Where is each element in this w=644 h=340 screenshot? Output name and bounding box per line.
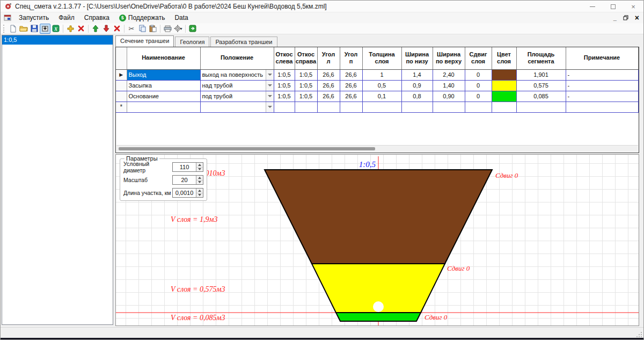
menu-help[interactable]: Справка xyxy=(79,13,114,23)
cell-width-top[interactable]: 1,40 xyxy=(433,80,465,91)
cell-shift[interactable]: 0 xyxy=(465,69,492,80)
cell-note[interactable] xyxy=(566,102,638,112)
col-header-slope-left[interactable]: Откос слева xyxy=(274,47,295,69)
tab-geology[interactable]: Геология xyxy=(175,37,209,47)
diameter-value[interactable]: 110 xyxy=(173,163,196,171)
cell-slope-right[interactable]: 1:0,5 xyxy=(295,91,317,102)
cell-thickness[interactable] xyxy=(362,102,401,112)
combobox-dropdown-button[interactable] xyxy=(266,81,274,91)
cell-slope-right[interactable] xyxy=(295,102,317,112)
cell-thickness[interactable]: 1 xyxy=(362,69,401,80)
spin-down-button[interactable] xyxy=(196,193,203,198)
cell-thickness[interactable]: 0,5 xyxy=(362,80,401,91)
menu-support[interactable]: $ Поддержать xyxy=(114,13,170,23)
tab-excavation[interactable]: Разработка траншеи xyxy=(210,37,277,47)
col-header-width-top[interactable]: Ширина по верху xyxy=(433,47,465,69)
col-header-width-bottom[interactable]: Ширина по низу xyxy=(401,47,433,69)
col-header-angle-l[interactable]: Угол л xyxy=(317,47,340,69)
spin-up-button[interactable] xyxy=(196,163,203,168)
spin-down-button[interactable] xyxy=(196,180,203,185)
cell-angle-l[interactable]: 26,6 xyxy=(317,91,340,102)
cell-name[interactable]: Выход xyxy=(127,69,200,80)
close-button[interactable]: × xyxy=(623,1,643,12)
cell-color-swatch[interactable] xyxy=(492,91,516,102)
cell-area[interactable]: 0,575 xyxy=(516,80,566,91)
horizontal-scrollbar[interactable] xyxy=(116,145,638,152)
cell-shift[interactable] xyxy=(465,102,492,112)
cell-slope-left[interactable]: 1:0,5 xyxy=(274,80,295,91)
cell-width-top[interactable]: 2,40 xyxy=(433,69,465,80)
col-header-angle-r[interactable]: Угол п xyxy=(340,47,362,69)
tab-section[interactable]: Сечение траншеи xyxy=(115,35,174,47)
cell-area[interactable]: 0,085 xyxy=(516,91,566,102)
move-up-button[interactable] xyxy=(90,24,101,34)
import-db-button[interactable] xyxy=(40,24,50,34)
cell-angle-r[interactable]: 26,6 xyxy=(340,80,362,91)
delete-row-button[interactable] xyxy=(76,24,86,34)
cell-thickness[interactable]: 0,1 xyxy=(362,91,401,102)
move-down-button[interactable] xyxy=(101,24,112,34)
resize-grip[interactable] xyxy=(636,331,642,338)
col-header-note[interactable]: Примечание xyxy=(566,47,638,69)
cell-area[interactable]: 1,901 xyxy=(516,69,566,80)
minimize-button[interactable] xyxy=(582,1,603,12)
menu-file[interactable]: Файл xyxy=(54,13,79,23)
cell-name[interactable]: Основание xyxy=(127,91,200,102)
copy-button[interactable] xyxy=(137,24,148,34)
col-header-slope-right[interactable]: Откос справа xyxy=(295,47,317,69)
col-header-thickness[interactable]: Толщина слоя xyxy=(362,47,401,69)
add-row-button[interactable] xyxy=(65,24,76,34)
paste-button[interactable] xyxy=(148,24,158,34)
cell-position[interactable]: над трубой xyxy=(200,80,274,91)
cell-slope-right[interactable]: 1:0,5 xyxy=(295,69,317,80)
cell-width-bottom[interactable]: 0,8 xyxy=(401,91,433,102)
cell-slope-left[interactable]: 1:0,5 xyxy=(274,91,295,102)
scale-stepper[interactable]: 20 xyxy=(172,175,203,185)
new-document-button[interactable] xyxy=(8,24,18,34)
cell-angle-r[interactable] xyxy=(340,102,362,112)
cell-slope-left[interactable] xyxy=(274,102,295,112)
cell-width-bottom[interactable]: 1,4 xyxy=(401,69,433,80)
cell-width-top[interactable]: 0,90 xyxy=(433,91,465,102)
combobox-dropdown-button[interactable] xyxy=(266,91,274,102)
sidebar-item-section[interactable]: 1:0,5 xyxy=(2,35,113,45)
spin-down-button[interactable] xyxy=(196,168,203,172)
length-stepper[interactable]: 0,0010 xyxy=(172,188,203,198)
print-button[interactable] xyxy=(162,24,173,34)
cell-color-swatch[interactable] xyxy=(492,102,516,112)
cell-position[interactable] xyxy=(200,102,274,112)
cell-angle-l[interactable] xyxy=(317,102,340,112)
col-header-shift[interactable]: Сдвиг слоя xyxy=(465,47,492,69)
cell-width-bottom[interactable] xyxy=(401,102,433,112)
cell-angle-r[interactable]: 26,6 xyxy=(340,91,362,102)
spin-up-button[interactable] xyxy=(196,176,203,180)
col-header-position[interactable]: Положение xyxy=(200,47,274,69)
cell-name[interactable]: Засыпка xyxy=(127,80,200,91)
save-button[interactable] xyxy=(29,24,40,34)
mdi-minimize-button[interactable]: _ xyxy=(613,15,617,21)
combobox-dropdown-button[interactable] xyxy=(266,102,274,112)
menu-data[interactable]: Data xyxy=(170,13,193,23)
mdi-close-button[interactable]: × xyxy=(635,13,639,22)
cell-position[interactable]: под трубой xyxy=(200,91,274,102)
cell-shift[interactable]: 0 xyxy=(465,80,492,91)
cell-angle-l[interactable]: 26,6 xyxy=(317,69,340,80)
combobox-dropdown-button[interactable] xyxy=(266,70,274,80)
col-header-name[interactable]: Наименование xyxy=(127,47,200,69)
scrollbar-thumb[interactable] xyxy=(119,147,375,150)
cell-name[interactable] xyxy=(127,102,200,112)
run-button[interactable] xyxy=(187,24,198,34)
open-button[interactable] xyxy=(18,24,29,34)
maximize-button[interactable] xyxy=(603,1,623,12)
diameter-stepper[interactable]: 110 xyxy=(172,162,203,172)
cell-color-swatch[interactable] xyxy=(492,80,516,91)
cell-width-top[interactable] xyxy=(433,102,465,112)
cell-note[interactable]: - xyxy=(566,80,638,91)
cell-area[interactable] xyxy=(516,102,566,112)
toolbar-grip[interactable] xyxy=(3,25,6,33)
sections-listbox[interactable]: 1:0,5 xyxy=(2,35,113,325)
cell-angle-r[interactable]: 26,6 xyxy=(340,69,362,80)
col-header-area[interactable]: Площадь сегмента xyxy=(516,47,566,69)
excel-export-button[interactable]: X xyxy=(50,24,61,34)
settings-button[interactable]: ▾ xyxy=(173,24,184,34)
